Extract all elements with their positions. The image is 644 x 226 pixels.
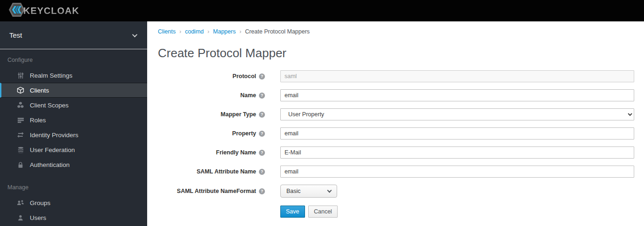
- realm-selector[interactable]: Test: [0, 21, 147, 49]
- field-label-mapper-type: Mapper Type ?: [158, 111, 265, 118]
- field-label-saml-attribute-name: SAML Attribute Name ?: [158, 168, 265, 175]
- sidebar-item-realm-settings[interactable]: Realm Settings: [0, 68, 147, 83]
- name-input[interactable]: [280, 89, 634, 101]
- form-row-protocol: Protocol ?: [158, 70, 634, 82]
- help-icon[interactable]: ?: [259, 131, 265, 137]
- form-row-property: Property ?: [158, 127, 634, 140]
- property-input[interactable]: [280, 127, 634, 140]
- form-row-saml-attribute-name: SAML Attribute Name ?: [158, 166, 634, 178]
- roles-icon: [17, 116, 24, 124]
- form-row-friendly-name: Friendly Name ?: [158, 146, 634, 159]
- saml-attribute-name-input[interactable]: [280, 166, 634, 178]
- create-protocol-mapper-form: Protocol ? Name ? Mapper Type: [158, 70, 634, 218]
- field-label-protocol: Protocol ?: [158, 73, 265, 80]
- form-row-mapper-type: Mapper Type ? User Property: [158, 108, 634, 120]
- keycloak-logo[interactable]: KEYCLOAK: [8, 2, 79, 20]
- lock-icon: [17, 161, 24, 168]
- sidebar-item-groups[interactable]: Groups: [0, 195, 147, 210]
- breadcrumb-mappers[interactable]: Mappers: [213, 28, 236, 35]
- chevron-down-icon: [132, 32, 137, 37]
- help-icon[interactable]: ?: [259, 150, 265, 156]
- sidebar-item-identity-providers[interactable]: Identity Providers: [0, 127, 147, 142]
- breadcrumb-current: Create Protocol Mappers: [245, 28, 310, 35]
- sidebar-item-clients[interactable]: Clients: [0, 83, 147, 98]
- nav-section-manage: Manage: [0, 172, 147, 195]
- form-actions: Save Cancel: [158, 206, 634, 218]
- breadcrumb-separator: ›: [239, 28, 241, 35]
- breadcrumb-codimd[interactable]: codimd: [185, 28, 203, 35]
- cubes-icon: [17, 101, 24, 109]
- sidebar-item-authentication[interactable]: Authentication: [0, 157, 147, 172]
- field-label-property: Property ?: [158, 130, 265, 137]
- field-label-name: Name ?: [158, 92, 265, 99]
- protocol-input: [280, 70, 634, 82]
- mapper-type-select[interactable]: User Property: [280, 108, 634, 120]
- keycloak-hexagon-icon: [8, 2, 25, 20]
- help-icon[interactable]: ?: [259, 188, 265, 194]
- top-header-bar: KEYCLOAK: [0, 0, 644, 21]
- breadcrumb: Clients › codimd › Mappers › Create Prot…: [158, 28, 634, 35]
- breadcrumb-separator: ›: [208, 28, 210, 35]
- cube-icon: [17, 86, 24, 94]
- breadcrumb-clients[interactable]: Clients: [158, 28, 176, 35]
- form-row-name: Name ?: [158, 89, 634, 101]
- friendly-name-input[interactable]: [280, 146, 634, 159]
- database-icon: [17, 146, 24, 153]
- sliders-icon: [17, 72, 24, 79]
- help-icon[interactable]: ?: [259, 73, 265, 80]
- help-icon[interactable]: ?: [259, 112, 265, 118]
- field-label-saml-attribute-nameformat: SAML Attribute NameFormat ?: [158, 188, 265, 194]
- sidebar: Test Configure Realm Settings Clien: [0, 21, 147, 226]
- realm-name: Test: [9, 31, 22, 39]
- sidebar-item-roles[interactable]: Roles: [0, 113, 147, 127]
- sidebar-item-client-scopes[interactable]: Client Scopes: [0, 98, 147, 113]
- field-label-friendly-name: Friendly Name ?: [158, 149, 265, 156]
- save-button[interactable]: Save: [280, 206, 305, 218]
- saml-nameformat-select[interactable]: Basic: [280, 185, 337, 198]
- help-icon[interactable]: ?: [259, 93, 265, 99]
- help-icon[interactable]: ?: [259, 169, 265, 175]
- page-title: Create Protocol Mapper: [158, 46, 634, 60]
- exchange-arrows-icon: [17, 131, 24, 139]
- sidebar-item-users[interactable]: Users: [0, 210, 147, 225]
- cancel-button[interactable]: Cancel: [308, 206, 338, 218]
- main-content: Clients › codimd › Mappers › Create Prot…: [147, 21, 644, 226]
- sidebar-item-user-federation[interactable]: User Federation: [0, 142, 147, 157]
- nav-section-configure: Configure: [0, 49, 147, 68]
- breadcrumb-separator: ›: [179, 28, 181, 35]
- groups-icon: [17, 199, 24, 206]
- form-row-saml-attribute-nameformat: SAML Attribute NameFormat ? Basic: [158, 185, 634, 198]
- logo-wordmark: KEYCLOAK: [23, 6, 79, 16]
- user-icon: [17, 214, 24, 221]
